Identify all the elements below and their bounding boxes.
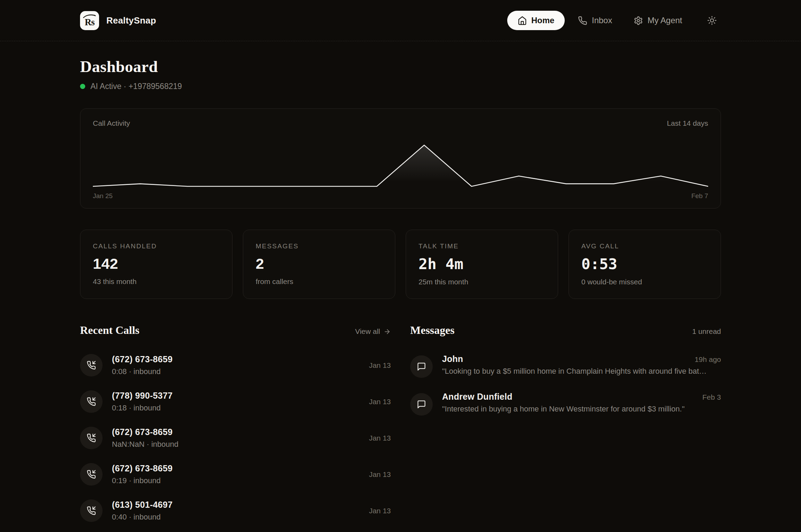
message-sender: Andrew Dunfield bbox=[442, 392, 512, 402]
stat-label: TALK TIME bbox=[419, 242, 545, 250]
nav-tab-inbox-label: Inbox bbox=[592, 16, 612, 25]
call-row[interactable]: (778) 990-5377 0:18 · inbound Jan 13 bbox=[80, 383, 391, 420]
sun-icon bbox=[707, 16, 717, 25]
phone-incoming-icon bbox=[80, 354, 103, 376]
line-chart bbox=[93, 133, 708, 188]
nav-tab-home-label: Home bbox=[531, 16, 555, 25]
call-number: (672) 673-8659 bbox=[112, 463, 353, 473]
stats-row: CALLS HANDLED 142 43 this month MESSAGES… bbox=[80, 230, 721, 299]
status-text: AI Active · +19789568219 bbox=[90, 82, 182, 91]
phone-incoming-icon bbox=[80, 499, 103, 522]
brand-name: RealtySnap bbox=[106, 15, 156, 26]
call-row[interactable]: (672) 673-8659 0:08 · inbound Jan 13 bbox=[80, 347, 391, 383]
stat-subtext: from callers bbox=[256, 277, 382, 286]
chart-range-label: Last 14 days bbox=[667, 119, 708, 127]
logo-swoosh-icon bbox=[82, 14, 97, 18]
message-preview: "Looking to buy a $5 million home in Cha… bbox=[442, 367, 721, 376]
message-row[interactable]: John 19h ago "Looking to buy a $5 millio… bbox=[410, 347, 721, 385]
ai-status: AI Active · +19789568219 bbox=[80, 82, 721, 91]
chart-title: Call Activity bbox=[93, 119, 130, 127]
stat-label: CALLS HANDLED bbox=[93, 242, 220, 250]
call-row[interactable]: (672) 673-8659 NaN:NaN · inbound Jan 13 bbox=[80, 420, 391, 456]
call-meta: 0:40 · inbound bbox=[112, 513, 353, 522]
recent-calls-title: Recent Calls bbox=[80, 324, 140, 337]
call-number: (672) 673-8659 bbox=[112, 354, 353, 364]
stat-subtext: 0 would-be missed bbox=[581, 278, 708, 286]
call-activity-card: Call Activity Last 14 days Jan 25 Feb 7 bbox=[80, 108, 721, 209]
stat-value: 142 bbox=[93, 255, 220, 272]
call-activity-chart bbox=[93, 133, 708, 189]
call-meta: NaN:NaN · inbound bbox=[112, 440, 353, 449]
stat-value: 2h 4m bbox=[419, 255, 545, 273]
messages-title: Messages bbox=[410, 324, 455, 337]
message-sender: John bbox=[442, 354, 463, 364]
message-preview: "Interested in buying a home in New West… bbox=[442, 405, 721, 414]
realtysnap-logo: Rs bbox=[80, 11, 99, 30]
stat-label: MESSAGES bbox=[256, 242, 382, 250]
messages-section: Messages 1 unread John 19h ago "Looking … bbox=[410, 324, 721, 529]
stat-value: 2 bbox=[256, 255, 382, 272]
nav-tab-my-agent-label: My Agent bbox=[648, 16, 682, 25]
page-title: Dashboard bbox=[80, 57, 721, 76]
top-nav: Rs RealtySnap Home Inbox My bbox=[0, 0, 801, 41]
call-row[interactable]: (613) 501-4697 0:40 · inbound Jan 13 bbox=[80, 493, 391, 529]
call-date: Jan 13 bbox=[369, 398, 391, 406]
view-all-label: View all bbox=[355, 327, 380, 336]
stat-card-talk-time: TALK TIME 2h 4m 25m this month bbox=[406, 230, 558, 299]
x-axis-start-label: Jan 25 bbox=[93, 192, 113, 200]
logo-monogram: Rs bbox=[85, 18, 94, 30]
stat-label: AVG CALL bbox=[581, 242, 708, 250]
call-date: Jan 13 bbox=[369, 470, 391, 479]
call-number: (778) 990-5377 bbox=[112, 391, 353, 401]
call-meta: 0:08 · inbound bbox=[112, 367, 353, 376]
call-date: Jan 13 bbox=[369, 507, 391, 515]
call-date: Jan 13 bbox=[369, 361, 391, 370]
recent-calls-section: Recent Calls View all (672) 673-8659 0:0… bbox=[80, 324, 391, 529]
unread-count-badge: 1 unread bbox=[692, 327, 721, 336]
stat-card-messages: MESSAGES 2 from callers bbox=[243, 230, 395, 299]
arrow-right-icon bbox=[384, 328, 391, 335]
dashboard-page: Dashboard AI Active · +19789568219 Call … bbox=[80, 41, 721, 529]
brand: Rs RealtySnap bbox=[80, 11, 156, 30]
phone-incoming-icon bbox=[80, 390, 103, 413]
stat-subtext: 43 this month bbox=[93, 277, 220, 286]
message-row[interactable]: Andrew Dunfield Feb 3 "Interested in buy… bbox=[410, 385, 721, 423]
call-row[interactable]: (672) 673-8659 0:19 · inbound Jan 13 bbox=[80, 456, 391, 493]
nav-tab-my-agent[interactable]: My Agent bbox=[625, 11, 690, 30]
stat-subtext: 25m this month bbox=[419, 278, 545, 286]
main-nav: Home Inbox My Agent bbox=[507, 11, 721, 30]
stat-card-avg-call: AVG CALL 0:53 0 would-be missed bbox=[569, 230, 721, 299]
call-meta: 0:19 · inbound bbox=[112, 476, 353, 485]
call-meta: 0:18 · inbound bbox=[112, 404, 353, 413]
view-all-calls-link[interactable]: View all bbox=[355, 327, 391, 336]
nav-tab-home[interactable]: Home bbox=[507, 11, 565, 30]
phone-incoming-icon bbox=[80, 463, 103, 486]
message-bubble-icon bbox=[410, 355, 433, 378]
message-bubble-icon bbox=[410, 393, 433, 416]
phone-incoming-icon bbox=[80, 427, 103, 449]
gear-icon bbox=[634, 16, 643, 25]
home-icon bbox=[518, 16, 527, 25]
theme-toggle-button[interactable] bbox=[703, 11, 721, 29]
x-axis-end-label: Feb 7 bbox=[691, 192, 708, 200]
call-number: (613) 501-4697 bbox=[112, 500, 353, 510]
nav-tab-inbox[interactable]: Inbox bbox=[570, 11, 620, 30]
phone-icon bbox=[578, 16, 587, 25]
call-date: Jan 13 bbox=[369, 434, 391, 442]
call-number: (672) 673-8659 bbox=[112, 427, 353, 437]
message-time: 19h ago bbox=[695, 355, 721, 364]
stat-card-calls-handled: CALLS HANDLED 142 43 this month bbox=[80, 230, 232, 299]
stat-value: 0:53 bbox=[581, 255, 708, 273]
message-time: Feb 3 bbox=[702, 393, 721, 401]
status-dot bbox=[80, 84, 85, 89]
